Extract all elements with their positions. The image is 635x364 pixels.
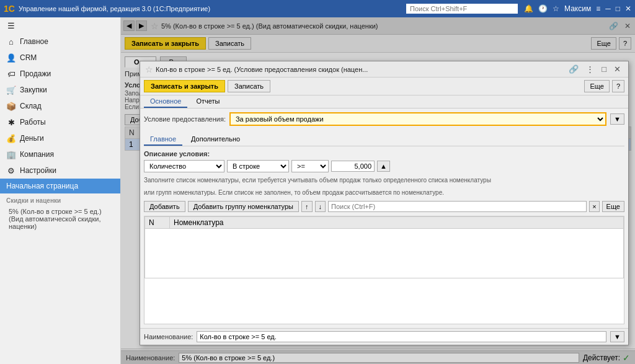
cond-select[interactable]: За разовый объем продажи — [229, 112, 606, 126]
modal-bottom-label: Наименование: — [144, 333, 193, 340]
nom-toolbar: Добавить Добавить группу номенклатуры ↑ … — [144, 201, 624, 212]
sidebar-label-main: Главное — [20, 37, 48, 46]
modal-link-button[interactable]: 🔗 — [566, 64, 581, 74]
hamburger-icon: ☰ — [6, 20, 16, 30]
cond-field-row: Условие предоставления: За разовый объем… — [144, 112, 624, 126]
user-name: Максим — [564, 4, 591, 13]
purchases-icon: 🛒 — [6, 85, 16, 95]
sidebar-label-crm: CRM — [20, 53, 37, 62]
help-text-1: Заполните список номенклатуры, если треб… — [144, 176, 624, 185]
add-group-button[interactable]: Добавить группу номенклатуры — [188, 201, 299, 212]
nom-table-container: N Номенклатура — [144, 216, 624, 324]
sidebar-section-discounts: Скидки и наценки — [0, 193, 120, 205]
search-input[interactable] — [406, 4, 518, 14]
modal-close-button[interactable]: ✕ — [611, 64, 623, 74]
nom-move-up[interactable]: ↑ — [301, 201, 313, 212]
sidebar-item-crm[interactable]: 👤 CRM — [0, 50, 120, 66]
modal-tab-main[interactable]: Основное — [144, 95, 187, 108]
sidebar-label-works: Работы — [20, 118, 46, 127]
settings-icon: ⚙ — [6, 166, 16, 175]
modal-title: Кол-во в строке >= 5 ед. (Условие предос… — [156, 66, 564, 73]
modal-bottom-btn[interactable]: ▼ — [610, 331, 624, 342]
cond-desc-row: Количество В строке >= ▲ — [144, 160, 624, 172]
cond-select-btn[interactable]: ▼ — [610, 113, 624, 125]
nom-col-n: N — [145, 217, 170, 229]
modal-tabs: Основное Отчеты — [140, 95, 628, 109]
modal-menu-button[interactable]: ⋮ — [584, 64, 597, 74]
sidebar-home-label: Начальная страница — [6, 182, 78, 190]
cond-scope-select[interactable]: В строке — [227, 160, 289, 172]
topbar: 1С Управление нашей фирмой, редакция 3.0… — [0, 0, 635, 17]
sidebar-home[interactable]: Начальная страница — [0, 179, 120, 193]
sidebar-label-warehouse: Склад — [20, 102, 42, 110]
sidebar: ☰ ⌂ Главное 👤 CRM 🏷 Продажи 🛒 Закупки 📦 … — [0, 17, 121, 364]
works-icon: ✱ — [6, 117, 16, 127]
sidebar-sub-item[interactable]: 5% (Кол-во в строке >= 5 ед.) (Вид автом… — [0, 205, 120, 231]
company-icon: 🏢 — [6, 149, 16, 159]
modal-body: Условие предоставления: За разовый объем… — [140, 109, 628, 328]
modal-toolbar: Записать и закрыть Записать Еще ? — [140, 78, 628, 95]
nom-more-button[interactable]: Еще — [602, 201, 624, 212]
sidebar-label-company: Компания — [20, 150, 54, 159]
star-icon[interactable]: ☆ — [553, 4, 559, 13]
nom-search-clear-button[interactable]: × — [589, 201, 599, 212]
modal-maximize-button[interactable]: □ — [599, 64, 609, 74]
cond-num-input[interactable] — [331, 161, 375, 172]
sidebar-item-purchases[interactable]: 🛒 Закупки — [0, 82, 120, 98]
maximize-icon[interactable]: □ — [616, 4, 620, 13]
sidebar-item-warehouse[interactable]: 📦 Склад — [0, 98, 120, 114]
modal-help-button[interactable]: ? — [612, 80, 624, 92]
home-icon: ⌂ — [6, 37, 16, 47]
inner-tab-additional[interactable]: Дополнительно — [185, 133, 246, 146]
bell-icon[interactable]: 🔔 — [524, 4, 533, 13]
sidebar-item-main[interactable]: ⌂ Главное — [0, 33, 120, 50]
warehouse-icon: 📦 — [6, 101, 16, 111]
nom-move-down[interactable]: ↓ — [315, 201, 326, 212]
topbar-icons: 🔔 🕐 ☆ Максим ≡ ─ □ ✕ — [524, 4, 631, 13]
cond-field-label: Условие предоставления: — [144, 115, 226, 123]
modal-window: ☆ Кол-во в строке >= 5 ед. (Условие пред… — [140, 61, 629, 345]
cond-num-stepper[interactable]: ▲ — [377, 161, 390, 172]
clock-icon[interactable]: 🕐 — [538, 4, 548, 13]
nom-table-empty-row — [145, 229, 624, 278]
add-nom-button[interactable]: Добавить — [144, 201, 185, 212]
content-area: ◀ ▶ ☆ 5% (Кол-во в строке >= 5 ед.) (Вид… — [121, 17, 635, 364]
sidebar-label-settings: Настройки — [20, 166, 56, 175]
crm-icon: 👤 — [6, 53, 16, 63]
minimize-icon[interactable]: ─ — [605, 4, 611, 13]
app-logo: 1С — [4, 4, 15, 14]
nom-col-name: Номенклатура — [170, 217, 624, 229]
modal-save-button[interactable]: Записать — [228, 80, 270, 92]
close-icon[interactable]: ✕ — [625, 4, 631, 13]
cond-section: Описание условия: Количество В строке >=… — [144, 150, 624, 172]
nom-search-input[interactable] — [328, 201, 587, 212]
modal-name-input[interactable] — [197, 331, 606, 342]
sidebar-item-company[interactable]: 🏢 Компания — [0, 146, 120, 162]
sidebar-item-works[interactable]: ✱ Работы — [0, 114, 120, 130]
sidebar-item-sales[interactable]: 🏷 Продажи — [0, 66, 120, 82]
modal-more-button[interactable]: Еще — [584, 80, 609, 92]
nom-table: N Номенклатура — [144, 216, 624, 278]
modal-tab-reports[interactable]: Отчеты — [190, 95, 226, 108]
sales-icon: 🏷 — [6, 69, 16, 79]
modal-bottom: Наименование: ▼ — [140, 328, 628, 345]
sidebar-label-money: Деньги — [20, 134, 44, 143]
money-icon: 💰 — [6, 133, 16, 143]
modal-star-icon[interactable]: ☆ — [145, 64, 153, 74]
sidebar-item-hamburger[interactable]: ☰ — [0, 17, 120, 33]
cond-type-select[interactable]: Количество — [144, 160, 224, 172]
cond-op-select[interactable]: >= — [291, 160, 329, 172]
sidebar-label-purchases: Закупки — [20, 86, 47, 94]
inner-tab-main[interactable]: Главное — [144, 133, 182, 146]
modal-save-close-button[interactable]: Записать и закрыть — [144, 80, 225, 92]
cond-desc-label: Описание условия: — [144, 150, 624, 158]
menu-icon[interactable]: ≡ — [596, 4, 600, 13]
sidebar-item-money[interactable]: 💰 Деньги — [0, 130, 120, 146]
sidebar-item-settings[interactable]: ⚙ Настройки — [0, 162, 120, 179]
modal-titlebar: ☆ Кол-во в строке >= 5 ед. (Условие пред… — [140, 61, 628, 78]
app-title: Управление нашей фирмой, редакция 3.0 (1… — [19, 5, 406, 12]
sidebar-label-sales: Продажи — [20, 69, 51, 78]
inner-tabs: Главное Дополнительно — [144, 133, 624, 146]
help-text-2: или групп номенклатуры. Если список не з… — [144, 189, 624, 197]
